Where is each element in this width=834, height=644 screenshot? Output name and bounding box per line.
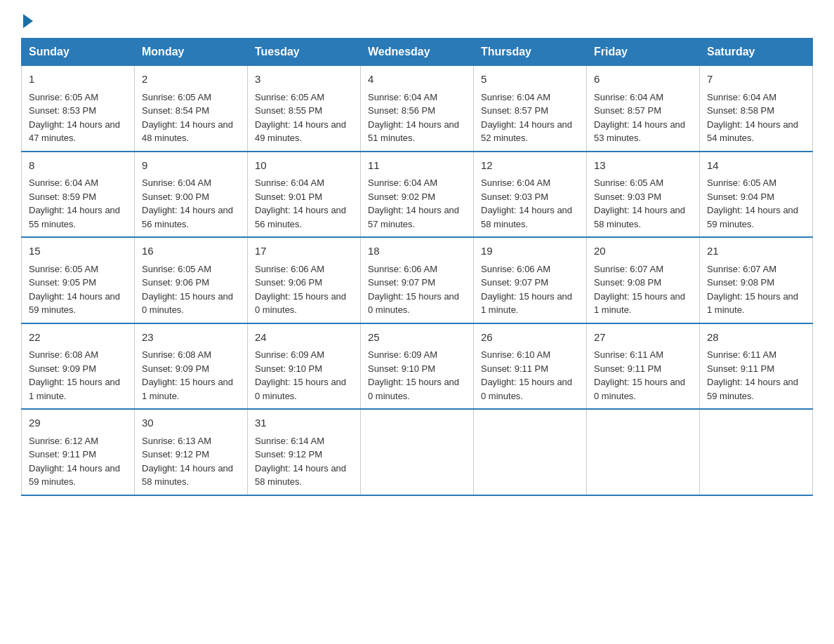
day-number: 20 <box>594 243 692 260</box>
calendar-cell <box>474 409 587 495</box>
calendar-cell: 4 Sunrise: 6:04 AMSunset: 8:56 PMDayligh… <box>361 66 474 152</box>
calendar-cell: 6 Sunrise: 6:04 AMSunset: 8:57 PMDayligh… <box>587 66 700 152</box>
page-header <box>21 14 813 25</box>
day-number: 1 <box>29 72 127 88</box>
calendar-cell: 2 Sunrise: 6:05 AMSunset: 8:54 PMDayligh… <box>135 66 248 152</box>
day-info: Sunrise: 6:06 AMSunset: 9:06 PMDaylight:… <box>255 264 346 316</box>
day-info: Sunrise: 6:08 AMSunset: 9:09 PMDaylight:… <box>29 349 120 401</box>
day-header-wednesday: Wednesday <box>361 39 474 66</box>
day-info: Sunrise: 6:05 AMSunset: 8:54 PMDaylight:… <box>142 92 233 144</box>
calendar-cell: 21 Sunrise: 6:07 AMSunset: 9:08 PMDaylig… <box>700 237 813 323</box>
day-number: 30 <box>142 415 240 431</box>
calendar-cell <box>587 409 700 495</box>
day-header-friday: Friday <box>587 39 700 66</box>
day-number: 23 <box>142 330 240 346</box>
day-number: 25 <box>368 330 466 346</box>
day-number: 7 <box>707 72 805 88</box>
day-number: 24 <box>255 330 353 346</box>
day-number: 14 <box>707 158 805 174</box>
day-info: Sunrise: 6:09 AMSunset: 9:10 PMDaylight:… <box>368 349 459 401</box>
day-info: Sunrise: 6:04 AMSunset: 9:02 PMDaylight:… <box>368 177 459 229</box>
calendar-cell: 8 Sunrise: 6:04 AMSunset: 8:59 PMDayligh… <box>22 152 135 238</box>
day-info: Sunrise: 6:05 AMSunset: 9:06 PMDaylight:… <box>142 264 233 316</box>
calendar-header-row: SundayMondayTuesdayWednesdayThursdayFrid… <box>22 39 813 66</box>
day-number: 26 <box>481 330 579 346</box>
day-number: 27 <box>594 330 692 346</box>
calendar-week-row: 22 Sunrise: 6:08 AMSunset: 9:09 PMDaylig… <box>22 323 813 410</box>
day-info: Sunrise: 6:11 AMSunset: 9:11 PMDaylight:… <box>594 349 685 401</box>
day-number: 3 <box>255 72 353 88</box>
day-number: 29 <box>29 415 127 431</box>
calendar-cell: 28 Sunrise: 6:11 AMSunset: 9:11 PMDaylig… <box>700 323 813 410</box>
day-info: Sunrise: 6:05 AMSunset: 9:03 PMDaylight:… <box>594 177 685 229</box>
day-info: Sunrise: 6:13 AMSunset: 9:12 PMDaylight:… <box>142 436 233 488</box>
calendar-cell: 25 Sunrise: 6:09 AMSunset: 9:10 PMDaylig… <box>361 323 474 410</box>
day-info: Sunrise: 6:04 AMSunset: 9:03 PMDaylight:… <box>481 177 572 229</box>
day-info: Sunrise: 6:14 AMSunset: 9:12 PMDaylight:… <box>255 436 346 488</box>
calendar-cell: 3 Sunrise: 6:05 AMSunset: 8:55 PMDayligh… <box>248 66 361 152</box>
day-info: Sunrise: 6:04 AMSunset: 9:00 PMDaylight:… <box>142 177 233 229</box>
day-info: Sunrise: 6:12 AMSunset: 9:11 PMDaylight:… <box>29 436 120 488</box>
day-info: Sunrise: 6:10 AMSunset: 9:11 PMDaylight:… <box>481 349 572 401</box>
day-number: 4 <box>368 72 466 88</box>
calendar-cell: 13 Sunrise: 6:05 AMSunset: 9:03 PMDaylig… <box>587 152 700 238</box>
day-header-sunday: Sunday <box>22 39 135 66</box>
calendar-week-row: 8 Sunrise: 6:04 AMSunset: 8:59 PMDayligh… <box>22 152 813 238</box>
calendar-cell: 10 Sunrise: 6:04 AMSunset: 9:01 PMDaylig… <box>248 152 361 238</box>
day-info: Sunrise: 6:06 AMSunset: 9:07 PMDaylight:… <box>368 264 459 316</box>
day-number: 18 <box>368 243 466 260</box>
day-number: 8 <box>29 158 127 174</box>
day-info: Sunrise: 6:04 AMSunset: 8:56 PMDaylight:… <box>368 92 459 144</box>
day-info: Sunrise: 6:07 AMSunset: 9:08 PMDaylight:… <box>707 264 798 316</box>
calendar-cell: 31 Sunrise: 6:14 AMSunset: 9:12 PMDaylig… <box>248 409 361 495</box>
calendar-cell: 27 Sunrise: 6:11 AMSunset: 9:11 PMDaylig… <box>587 323 700 410</box>
day-number: 21 <box>707 243 805 260</box>
day-info: Sunrise: 6:04 AMSunset: 9:01 PMDaylight:… <box>255 177 346 229</box>
day-number: 9 <box>142 158 240 174</box>
calendar-table: SundayMondayTuesdayWednesdayThursdayFrid… <box>21 38 813 496</box>
day-info: Sunrise: 6:04 AMSunset: 8:59 PMDaylight:… <box>29 177 120 229</box>
calendar-cell <box>700 409 813 495</box>
day-number: 28 <box>707 330 805 346</box>
day-header-monday: Monday <box>135 39 248 66</box>
day-info: Sunrise: 6:04 AMSunset: 8:57 PMDaylight:… <box>481 92 572 144</box>
day-info: Sunrise: 6:06 AMSunset: 9:07 PMDaylight:… <box>481 264 572 316</box>
day-number: 22 <box>29 330 127 346</box>
calendar-cell: 12 Sunrise: 6:04 AMSunset: 9:03 PMDaylig… <box>474 152 587 238</box>
day-number: 12 <box>481 158 579 174</box>
day-info: Sunrise: 6:04 AMSunset: 8:58 PMDaylight:… <box>707 92 798 144</box>
day-info: Sunrise: 6:08 AMSunset: 9:09 PMDaylight:… <box>142 349 233 401</box>
calendar-cell: 23 Sunrise: 6:08 AMSunset: 9:09 PMDaylig… <box>135 323 248 410</box>
day-number: 5 <box>481 72 579 88</box>
calendar-cell: 14 Sunrise: 6:05 AMSunset: 9:04 PMDaylig… <box>700 152 813 238</box>
calendar-cell: 30 Sunrise: 6:13 AMSunset: 9:12 PMDaylig… <box>135 409 248 495</box>
day-header-tuesday: Tuesday <box>248 39 361 66</box>
day-number: 31 <box>255 415 353 431</box>
day-number: 6 <box>594 72 692 88</box>
calendar-week-row: 29 Sunrise: 6:12 AMSunset: 9:11 PMDaylig… <box>22 409 813 495</box>
day-info: Sunrise: 6:04 AMSunset: 8:57 PMDaylight:… <box>594 92 685 144</box>
day-number: 11 <box>368 158 466 174</box>
calendar-cell: 18 Sunrise: 6:06 AMSunset: 9:07 PMDaylig… <box>361 237 474 323</box>
calendar-cell: 17 Sunrise: 6:06 AMSunset: 9:06 PMDaylig… <box>248 237 361 323</box>
day-info: Sunrise: 6:05 AMSunset: 9:05 PMDaylight:… <box>29 264 120 316</box>
day-number: 13 <box>594 158 692 174</box>
calendar-cell <box>361 409 474 495</box>
day-number: 16 <box>142 243 240 260</box>
calendar-cell: 11 Sunrise: 6:04 AMSunset: 9:02 PMDaylig… <box>361 152 474 238</box>
calendar-cell: 9 Sunrise: 6:04 AMSunset: 9:00 PMDayligh… <box>135 152 248 238</box>
calendar-cell: 19 Sunrise: 6:06 AMSunset: 9:07 PMDaylig… <box>474 237 587 323</box>
day-info: Sunrise: 6:05 AMSunset: 8:53 PMDaylight:… <box>29 92 120 144</box>
day-info: Sunrise: 6:05 AMSunset: 8:55 PMDaylight:… <box>255 92 346 144</box>
calendar-week-row: 1 Sunrise: 6:05 AMSunset: 8:53 PMDayligh… <box>22 66 813 152</box>
calendar-cell: 20 Sunrise: 6:07 AMSunset: 9:08 PMDaylig… <box>587 237 700 323</box>
day-info: Sunrise: 6:05 AMSunset: 9:04 PMDaylight:… <box>707 177 798 229</box>
calendar-cell: 26 Sunrise: 6:10 AMSunset: 9:11 PMDaylig… <box>474 323 587 410</box>
day-number: 10 <box>255 158 353 174</box>
day-number: 2 <box>142 72 240 88</box>
calendar-cell: 16 Sunrise: 6:05 AMSunset: 9:06 PMDaylig… <box>135 237 248 323</box>
day-number: 17 <box>255 243 353 260</box>
calendar-week-row: 15 Sunrise: 6:05 AMSunset: 9:05 PMDaylig… <box>22 237 813 323</box>
calendar-cell: 5 Sunrise: 6:04 AMSunset: 8:57 PMDayligh… <box>474 66 587 152</box>
day-info: Sunrise: 6:09 AMSunset: 9:10 PMDaylight:… <box>255 349 346 401</box>
